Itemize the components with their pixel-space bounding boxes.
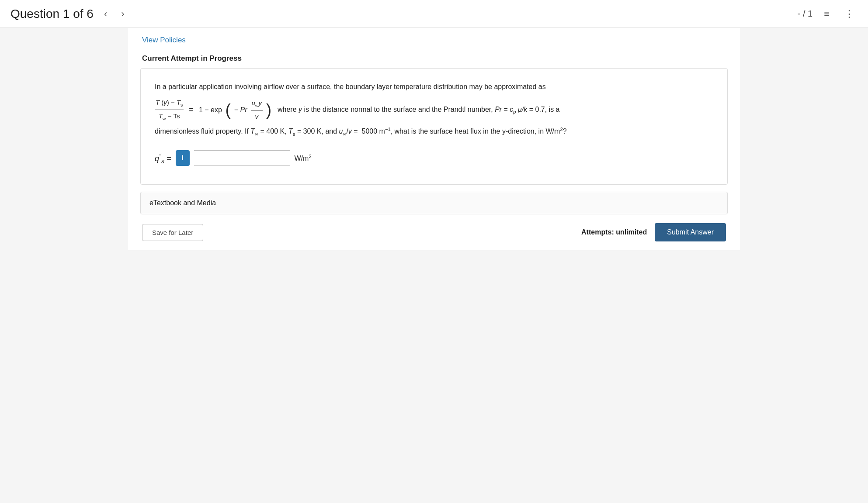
question-box: In a particular application involving ai… (140, 68, 728, 185)
view-policies-section: View Policies (128, 28, 740, 46)
list-icon: ≡ (824, 8, 830, 19)
main-content: View Policies Current Attempt in Progres… (128, 28, 740, 250)
prev-question-button[interactable]: ‹ (101, 7, 111, 21)
next-question-button[interactable]: › (118, 7, 128, 21)
top-bar-right: - / 1 ≡ ⋮ (798, 7, 858, 21)
info-button[interactable]: i (176, 150, 190, 166)
answer-row: q″s = i W/m2 (155, 150, 713, 166)
question-intro: In a particular application involving ai… (155, 83, 546, 90)
attempts-label: Attempts: unlimited (581, 228, 647, 236)
fraction-lhs: T (y) − Ts T∞ − Ts (155, 97, 184, 123)
etextbook-bar[interactable]: eTextbook and Media (140, 192, 728, 214)
top-bar: Question 1 of 6 ‹ › - / 1 ≡ ⋮ (0, 0, 868, 28)
attempt-status: Current Attempt in Progress (128, 46, 740, 68)
equals-sign: = (187, 103, 195, 117)
bottom-bar: Save for Later Attempts: unlimited Submi… (128, 214, 740, 250)
where-clause: where y is the distance normal to the su… (278, 103, 560, 116)
score-display: - / 1 (798, 9, 812, 19)
save-for-later-button[interactable]: Save for Later (142, 224, 203, 241)
close-paren: ) (266, 102, 271, 118)
answer-input[interactable] (194, 150, 290, 166)
top-bar-left: Question 1 of 6 ‹ › (10, 7, 128, 21)
unit-label: W/m2 (295, 154, 312, 162)
one-minus: 1 − exp (199, 104, 222, 116)
question-continuation: dimensionless fluid property. If T∞ = 40… (155, 125, 713, 138)
etextbook-label: eTextbook and Media (149, 199, 216, 207)
fraction-rhs: u∞y v (251, 97, 263, 122)
question-title: Question 1 of 6 (10, 7, 94, 21)
open-paren: ( (226, 102, 231, 118)
view-policies-link[interactable]: View Policies (142, 36, 186, 44)
right-actions: Attempts: unlimited Submit Answer (581, 223, 726, 241)
more-icon: ⋮ (844, 8, 854, 19)
list-icon-button[interactable]: ≡ (820, 7, 833, 21)
formula-block: T (y) − Ts T∞ − Ts = 1 − exp ( − Pr u∞y … (155, 97, 713, 123)
answer-label: q″s = (155, 152, 171, 165)
question-text: In a particular application involving ai… (155, 81, 713, 138)
minus-pr: − Pr (234, 104, 247, 116)
submit-answer-button[interactable]: Submit Answer (655, 223, 726, 241)
more-options-button[interactable]: ⋮ (841, 7, 858, 21)
